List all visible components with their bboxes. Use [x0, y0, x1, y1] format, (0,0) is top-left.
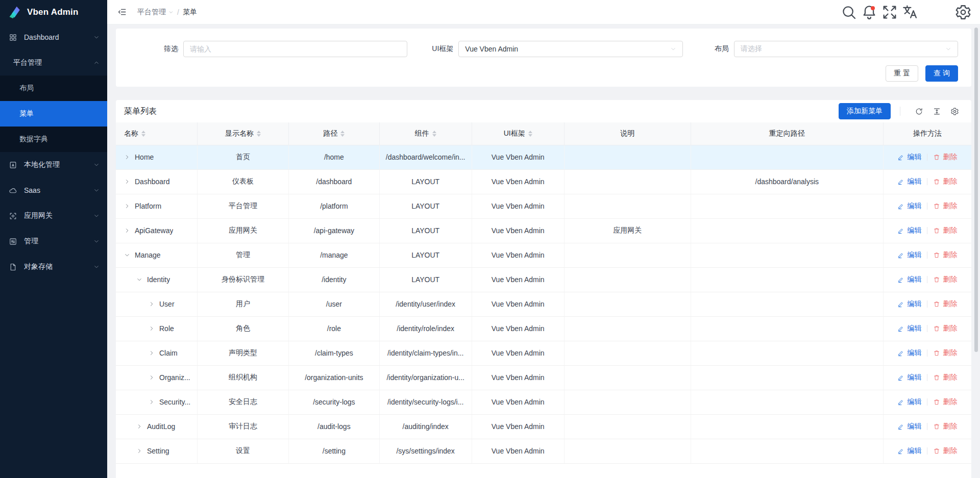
- delete-button[interactable]: 删除: [933, 177, 957, 186]
- edit-button[interactable]: 编辑: [897, 153, 921, 162]
- edit-button[interactable]: 编辑: [897, 373, 921, 382]
- user-avatar[interactable]: [925, 5, 939, 19]
- sort-icon[interactable]: [528, 131, 532, 137]
- table-row-home[interactable]: Home 首页 /home /dashboard/welcome/in... V…: [116, 145, 971, 169]
- query-button[interactable]: 查 询: [925, 65, 958, 82]
- layout-select[interactable]: 请选择: [734, 41, 958, 57]
- row-expand-toggle[interactable]: [136, 276, 142, 283]
- settings-button[interactable]: [954, 4, 972, 21]
- cell-actions: 编辑 删除: [883, 267, 971, 292]
- delete-button[interactable]: 删除: [933, 348, 957, 358]
- table-row-organiz[interactable]: Organiz... 组织机构 /organization-units /ide…: [116, 365, 971, 390]
- delete-button[interactable]: 删除: [933, 226, 957, 235]
- reset-button[interactable]: 重 置: [886, 65, 918, 82]
- ui-framework-select[interactable]: Vue Vben Admin: [458, 41, 682, 57]
- edit-button[interactable]: 编辑: [897, 202, 921, 211]
- edit-button[interactable]: 编辑: [897, 422, 921, 431]
- column-header-name[interactable]: 名称: [116, 122, 197, 145]
- breadcrumb-parent[interactable]: 平台管理: [137, 8, 174, 17]
- menu-fold-button[interactable]: [115, 5, 129, 19]
- cell-display-name: 身份标识管理: [197, 267, 288, 292]
- row-height-button[interactable]: [930, 105, 943, 118]
- edit-button[interactable]: 编辑: [897, 397, 921, 407]
- delete-button[interactable]: 删除: [933, 153, 957, 162]
- edit-button[interactable]: 编辑: [897, 177, 921, 186]
- row-expand-toggle[interactable]: [149, 325, 155, 332]
- app-logo[interactable]: Vben Admin: [0, 0, 107, 24]
- row-expand-toggle[interactable]: [136, 448, 142, 454]
- notification-button[interactable]: [861, 4, 878, 21]
- cell-description: [564, 365, 691, 390]
- delete-button[interactable]: 删除: [933, 324, 957, 333]
- sort-icon[interactable]: [257, 131, 261, 137]
- column-label: UI框架: [504, 129, 525, 138]
- edit-button[interactable]: 编辑: [897, 299, 921, 309]
- row-expand-toggle[interactable]: [124, 154, 130, 160]
- column-header-path[interactable]: 路径: [289, 122, 380, 145]
- row-expand-toggle[interactable]: [149, 399, 155, 405]
- delete-button[interactable]: 删除: [933, 422, 957, 431]
- sidebar-item-menu[interactable]: 菜单: [0, 101, 107, 127]
- delete-button[interactable]: 删除: [933, 275, 957, 284]
- add-menu-button[interactable]: 添加新菜单: [839, 103, 891, 119]
- sidebar-item-storage[interactable]: 对象存储: [0, 254, 107, 280]
- scrollbar-thumb[interactable]: [974, 28, 978, 352]
- delete-button[interactable]: 删除: [933, 373, 957, 382]
- sidebar-item-gateway[interactable]: 应用网关: [0, 203, 107, 229]
- column-header-ui-framework[interactable]: UI框架: [472, 122, 564, 145]
- sidebar-item-saas[interactable]: Saas: [0, 178, 107, 203]
- sidebar-item-dictionary[interactable]: 数据字典: [0, 127, 107, 152]
- delete-button[interactable]: 删除: [933, 397, 957, 407]
- sidebar-item-localization[interactable]: 本地化管理: [0, 152, 107, 178]
- table-row-auditlog[interactable]: AuditLog 审计日志 /audit-logs /auditing/inde…: [116, 414, 971, 439]
- cell-description: [564, 267, 691, 292]
- delete-button[interactable]: 删除: [933, 202, 957, 211]
- row-expand-toggle[interactable]: [124, 203, 130, 209]
- edit-button[interactable]: 编辑: [897, 275, 921, 284]
- delete-button[interactable]: 删除: [933, 250, 957, 260]
- edit-button[interactable]: 编辑: [897, 226, 921, 235]
- table-row-role[interactable]: Role 角色 /role /identity/role/index Vue V…: [116, 316, 971, 341]
- table-row-user[interactable]: User 用户 /user /identity/user/index Vue V…: [116, 292, 971, 316]
- table-row-apigateway[interactable]: ApiGateway 应用网关 /api-gateway LAYOUT Vue …: [116, 218, 971, 243]
- table-row-claim[interactable]: Claim 声明类型 /claim-types /identity/claim-…: [116, 341, 971, 365]
- row-expand-toggle[interactable]: [149, 374, 155, 381]
- table-row-setting[interactable]: Setting 设置 /setting /sys/settings/index …: [116, 439, 971, 463]
- delete-button[interactable]: 删除: [933, 446, 957, 456]
- row-expand-toggle[interactable]: [136, 423, 142, 430]
- row-expand-toggle[interactable]: [124, 228, 130, 234]
- translate-button[interactable]: [901, 4, 919, 21]
- sidebar-item-platform[interactable]: 平台管理: [0, 50, 107, 76]
- cell-path: /api-gateway: [289, 218, 380, 243]
- search-button[interactable]: [840, 4, 857, 21]
- table-row-manage[interactable]: Manage 管理 /manage LAYOUT Vue Vben Admin …: [116, 243, 971, 267]
- sort-icon[interactable]: [141, 131, 145, 137]
- sidebar-item-dashboard[interactable]: Dashboard: [0, 24, 107, 50]
- column-header-display-name[interactable]: 显示名称: [197, 122, 288, 145]
- page-scrollbar[interactable]: [973, 24, 980, 478]
- edit-button[interactable]: 编辑: [897, 348, 921, 358]
- delete-button[interactable]: 删除: [933, 299, 957, 309]
- row-expand-toggle[interactable]: [149, 350, 155, 356]
- edit-button[interactable]: 编辑: [897, 446, 921, 456]
- cell-description: [564, 439, 691, 463]
- filter-input[interactable]: [183, 41, 407, 57]
- sidebar-item-manage[interactable]: 管理: [0, 229, 107, 254]
- row-expand-toggle[interactable]: [124, 252, 130, 258]
- refresh-button[interactable]: [913, 105, 925, 118]
- table-row-dashboard[interactable]: Dashboard 仪表板 /dashboard LAYOUT Vue Vben…: [116, 169, 971, 194]
- sort-icon[interactable]: [432, 131, 436, 137]
- edit-button[interactable]: 编辑: [897, 250, 921, 260]
- sidebar-item-layout[interactable]: 布局: [0, 76, 107, 101]
- row-expand-toggle[interactable]: [124, 179, 130, 185]
- trash-icon: [933, 227, 940, 234]
- edit-button[interactable]: 编辑: [897, 324, 921, 333]
- row-expand-toggle[interactable]: [149, 301, 155, 307]
- column-header-component[interactable]: 组件: [379, 122, 472, 145]
- column-settings-button[interactable]: [948, 105, 961, 118]
- table-row-security[interactable]: Security... 安全日志 /security-logs /identit…: [116, 390, 971, 414]
- table-row-identity[interactable]: Identity 身份标识管理 /identity LAYOUT Vue Vbe…: [116, 267, 971, 292]
- table-row-platform[interactable]: Platform 平台管理 /platform LAYOUT Vue Vben …: [116, 194, 971, 218]
- fullscreen-button[interactable]: [881, 4, 898, 21]
- sort-icon[interactable]: [340, 131, 345, 137]
